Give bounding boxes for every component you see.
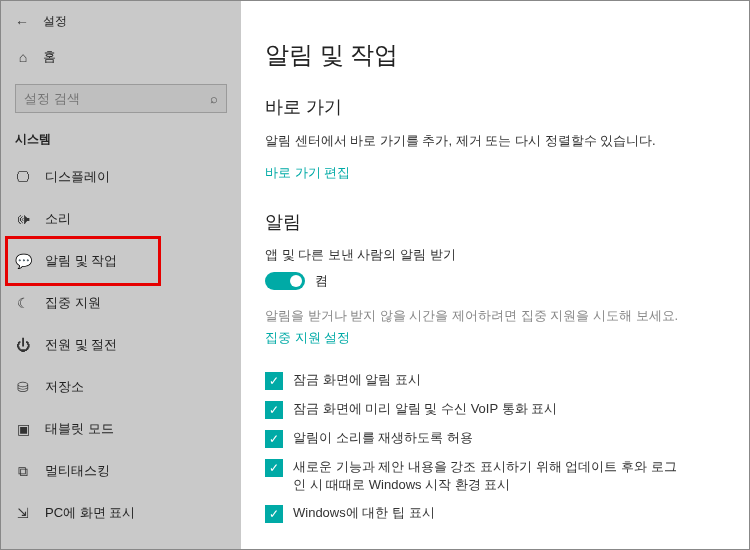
multitasking-icon: ⧉ <box>15 463 31 480</box>
home-icon: ⌂ <box>15 49 31 65</box>
notifications-toggle-label: 앱 및 다른 보낸 사람의 알림 받기 <box>265 246 725 264</box>
tablet-icon: ▣ <box>15 421 31 437</box>
check-lock-screen-notifications[interactable]: ✓ 잠금 화면에 알림 표시 <box>265 371 685 390</box>
sidebar-item-power[interactable]: ⏻ 전원 및 절전 <box>1 324 241 366</box>
checkbox-icon[interactable]: ✓ <box>265 505 283 523</box>
check-label: Windows에 대한 팁 표시 <box>293 504 435 522</box>
sidebar-item-label: 알림 및 작업 <box>45 252 117 270</box>
back-button[interactable]: ← <box>15 14 29 30</box>
sidebar: ← 설정 ⌂ 홈 ⌕ 시스템 🖵 디스플레이 🕪 소리 💬 알림 및 작업 <box>1 1 241 549</box>
content-area: 알림 및 작업 바로 가기 알림 센터에서 바로 가기를 추가, 제거 또는 다… <box>241 1 749 549</box>
notifications-title: 알림 <box>265 210 725 234</box>
power-icon: ⏻ <box>15 337 31 353</box>
check-notification-sound[interactable]: ✓ 알림이 소리를 재생하도록 허용 <box>265 429 685 448</box>
sidebar-item-label: PC에 화면 표시 <box>45 504 135 522</box>
check-label: 알림이 소리를 재생하도록 허용 <box>293 429 473 447</box>
home-label: 홈 <box>43 48 56 66</box>
checkbox-icon[interactable]: ✓ <box>265 401 283 419</box>
moon-icon: ☾ <box>15 295 31 311</box>
sidebar-section-label: 시스템 <box>1 127 241 156</box>
sidebar-item-multitasking[interactable]: ⧉ 멀티태스킹 <box>1 450 241 492</box>
sidebar-item-label: 집중 지원 <box>45 294 101 312</box>
focus-assist-link[interactable]: 집중 지원 설정 <box>265 329 350 347</box>
page-title: 알림 및 작업 <box>265 39 725 71</box>
sidebar-item-storage[interactable]: ⛁ 저장소 <box>1 366 241 408</box>
toggle-track[interactable] <box>265 272 305 290</box>
check-label: 잠금 화면에 미리 알림 및 수신 VoIP 통화 표시 <box>293 400 557 418</box>
sidebar-item-label: 태블릿 모드 <box>45 420 114 438</box>
check-windows-tips[interactable]: ✓ Windows에 대한 팁 표시 <box>265 504 685 523</box>
nav-list: 🖵 디스플레이 🕪 소리 💬 알림 및 작업 ☾ 집중 지원 ⏻ 전원 및 절전… <box>1 156 241 534</box>
sidebar-item-label: 저장소 <box>45 378 84 396</box>
sidebar-item-projecting[interactable]: ⇲ PC에 화면 표시 <box>1 492 241 534</box>
notifications-toggle[interactable]: 켬 <box>265 272 328 290</box>
home-button[interactable]: ⌂ 홈 <box>1 36 241 78</box>
sidebar-item-tablet[interactable]: ▣ 태블릿 모드 <box>1 408 241 450</box>
quick-actions-desc: 알림 센터에서 바로 가기를 추가, 제거 또는 다시 정렬할수 있습니다. <box>265 131 725 151</box>
search-icon: ⌕ <box>210 91 218 106</box>
check-welcome-experience[interactable]: ✓ 새로운 기능과 제안 내용을 강조 표시하기 위해 업데이트 후와 로그인 … <box>265 458 685 494</box>
sidebar-item-sound[interactable]: 🕪 소리 <box>1 198 241 240</box>
quick-actions-title: 바로 가기 <box>265 95 725 119</box>
toggle-knob <box>290 275 302 287</box>
check-label: 새로운 기능과 제안 내용을 강조 표시하기 위해 업데이트 후와 로그인 시 … <box>293 458 685 494</box>
settings-title: 설정 <box>43 13 67 30</box>
sound-icon: 🕪 <box>15 211 31 227</box>
check-label: 잠금 화면에 알림 표시 <box>293 371 421 389</box>
sidebar-item-label: 소리 <box>45 210 71 228</box>
sidebar-item-notifications[interactable]: 💬 알림 및 작업 <box>1 240 241 282</box>
notification-checks: ✓ 잠금 화면에 알림 표시 ✓ 잠금 화면에 미리 알림 및 수신 VoIP … <box>265 371 725 523</box>
edit-quick-actions-link[interactable]: 바로 가기 편집 <box>265 164 350 182</box>
notifications-icon: 💬 <box>15 253 31 269</box>
search-input[interactable] <box>24 91 210 106</box>
search-box[interactable]: ⌕ <box>15 84 227 113</box>
sidebar-item-label: 전원 및 절전 <box>45 336 117 354</box>
sidebar-item-label: 멀티태스킹 <box>45 462 110 480</box>
toggle-state-label: 켬 <box>315 272 328 290</box>
display-icon: 🖵 <box>15 169 31 185</box>
storage-icon: ⛁ <box>15 379 31 395</box>
sidebar-item-label: 디스플레이 <box>45 168 110 186</box>
checkbox-icon[interactable]: ✓ <box>265 430 283 448</box>
sidebar-item-focus-assist[interactable]: ☾ 집중 지원 <box>1 282 241 324</box>
checkbox-icon[interactable]: ✓ <box>265 372 283 390</box>
checkbox-icon[interactable]: ✓ <box>265 459 283 477</box>
sidebar-item-display[interactable]: 🖵 디스플레이 <box>1 156 241 198</box>
projecting-icon: ⇲ <box>15 505 31 521</box>
focus-assist-note: 알림을 받거나 받지 않을 시간을 제어하려면 집중 지원을 시도해 보세요. <box>265 306 685 326</box>
check-lock-screen-voip[interactable]: ✓ 잠금 화면에 미리 알림 및 수신 VoIP 통화 표시 <box>265 400 685 419</box>
notifications-toggle-row: 앱 및 다른 보낸 사람의 알림 받기 켬 <box>265 246 725 294</box>
